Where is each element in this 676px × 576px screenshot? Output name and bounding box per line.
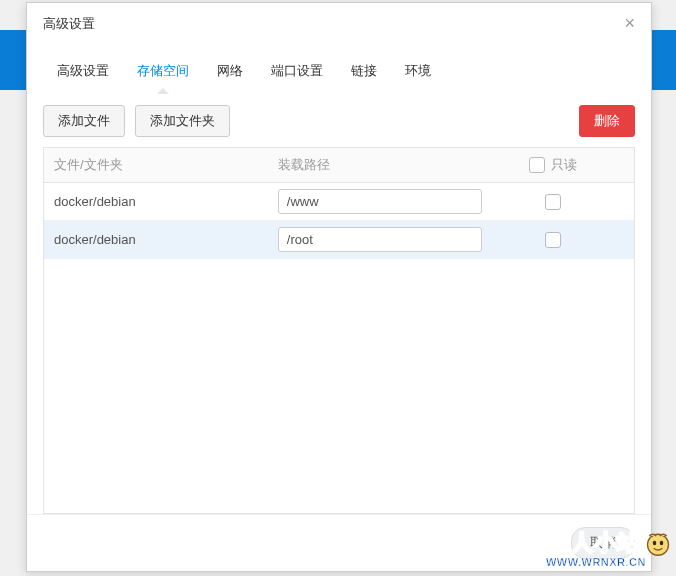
modal-header: 高级设置 × <box>27 3 651 44</box>
volumes-table: 文件/文件夹 装载路径 只读 docker/debian <box>43 147 635 514</box>
svg-point-2 <box>660 541 664 545</box>
close-icon[interactable]: × <box>624 13 635 34</box>
readonly-checkbox[interactable] <box>545 194 561 210</box>
toolbar: 添加文件 添加文件夹 删除 <box>27 89 651 147</box>
modal-advanced-settings: 高级设置 × 高级设置 存储空间 网络 端口设置 链接 环境 添加文件 添加文件… <box>26 2 652 572</box>
mount-path-input[interactable] <box>278 189 482 214</box>
add-file-button[interactable]: 添加文件 <box>43 105 125 137</box>
readonly-header-label: 只读 <box>551 156 577 174</box>
delete-button[interactable]: 删除 <box>579 105 635 137</box>
cancel-button[interactable]: 取消 <box>571 527 635 559</box>
add-folder-button[interactable]: 添加文件夹 <box>135 105 230 137</box>
table-row[interactable]: docker/debian <box>44 183 634 221</box>
tab-ports[interactable]: 端口设置 <box>257 54 337 88</box>
svg-point-1 <box>653 541 657 545</box>
col-header-mount: 装载路径 <box>268 148 492 183</box>
readonly-checkbox[interactable] <box>545 232 561 248</box>
cell-file: docker/debian <box>44 183 268 221</box>
cell-file: docker/debian <box>44 221 268 259</box>
tab-network[interactable]: 网络 <box>203 54 257 88</box>
table-row[interactable]: docker/debian <box>44 221 634 259</box>
tab-storage[interactable]: 存储空间 <box>123 54 203 88</box>
tab-env[interactable]: 环境 <box>391 54 445 88</box>
readonly-all-checkbox[interactable] <box>529 157 545 173</box>
tabs: 高级设置 存储空间 网络 端口设置 链接 环境 <box>27 44 651 89</box>
col-header-file: 文件/文件夹 <box>44 148 268 183</box>
mount-path-input[interactable] <box>278 227 482 252</box>
tab-advanced[interactable]: 高级设置 <box>43 54 123 88</box>
tab-links[interactable]: 链接 <box>337 54 391 88</box>
col-header-readonly: 只读 <box>492 148 614 183</box>
watermark-url: WWW.WRNXR.CN <box>546 556 646 568</box>
modal-title: 高级设置 <box>43 15 95 33</box>
